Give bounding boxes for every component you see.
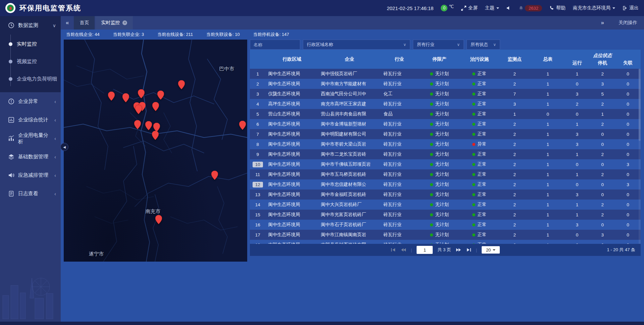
table-row[interactable]: 15阆中生态环境局阆中市光富页岩机砖厂砖瓦行业无计划正常21120 — [250, 210, 641, 220]
notifications-button[interactable]: 2632 — [519, 5, 542, 11]
sound-button[interactable] — [506, 6, 511, 10]
cell-monitor-points: 2 — [498, 71, 531, 76]
cell-running: 3 — [565, 192, 590, 197]
tab-realtime-monitor[interactable]: 实时监控 × — [95, 16, 133, 30]
sidebar-item-base-data[interactable]: 基础数据管理‹ — [0, 148, 61, 166]
theme-menu-button[interactable]: 主题 — [485, 5, 499, 11]
table-row[interactable]: 3仪陇生态环境局西南油气田分公司川中化工无计划正常71350 — [250, 89, 641, 99]
cell-company: 阆中市千佛镇五郎垭页岩 — [318, 161, 381, 167]
row-index: 13 — [250, 192, 266, 197]
fullscreen-button[interactable]: 全屏 — [461, 5, 478, 11]
tab-realtime-label: 实时监控 — [101, 20, 120, 26]
last-page-button[interactable] — [466, 248, 471, 252]
tab-home[interactable]: 首页 — [74, 16, 95, 30]
sidebar-item-realtime-monitor[interactable]: 实时监控 — [0, 35, 61, 53]
map-pin[interactable] — [152, 131, 159, 140]
chevron-down-icon: ∨ — [403, 42, 406, 47]
table-row[interactable]: 8阆中生态环境局阆中市枣碧大梁山页岩砖瓦行业无计划异常21300 — [250, 139, 641, 149]
page-number-input[interactable] — [417, 246, 433, 254]
sidebar-item-power-load-detail[interactable]: 企业电力负荷明细 — [0, 70, 61, 88]
table-row[interactable]: 4高坪生态环境局南充市高坪区王家店建砖瓦行业无计划正常31220 — [250, 99, 641, 109]
logout-button[interactable]: 退出 — [623, 5, 639, 11]
org-menu-button[interactable]: 南充市生态环境局 — [573, 5, 615, 11]
map-pin[interactable] — [178, 80, 185, 89]
app-root: 环保用电监管系统 2021-02-25 17:46:18 0 ℃ 全屏 主题 2… — [0, 0, 644, 325]
scrollbar-track[interactable] — [639, 69, 641, 244]
table-header: 行政区域 企业 行业 停限产 治污设施 监测点 总表 点位状态 运行 停机 失联 — [250, 50, 641, 69]
sidebar-item-enterprise-abnormal[interactable]: 企业异常‹ — [0, 92, 61, 111]
map-pin[interactable] — [211, 171, 218, 180]
map-pin[interactable] — [153, 123, 160, 132]
cell-offline: 0 — [615, 92, 641, 97]
close-icon[interactable]: × — [122, 20, 127, 25]
table-row[interactable]: 14阆中生态环境局阆中大兴页岩机砖厂砖瓦行业无计划正常21120 — [250, 200, 641, 210]
table-row[interactable]: 6阆中生态环境局阆中市金博瑞新型墙材砖瓦行业无计划正常21120 — [250, 119, 641, 129]
industry-filter-select[interactable]: 所有行业 ∨ — [413, 40, 464, 50]
cell-industry: 砖瓦行业 — [381, 222, 418, 228]
table-row[interactable]: 5营山生态环境局营山县润丰肉食品有限食品无计划正常10010 — [250, 109, 641, 119]
sidebar-item-power-usage-analysis[interactable]: 企业用电量分析‹ — [0, 129, 61, 148]
help-button[interactable]: 帮助 — [549, 5, 566, 11]
name-filter-input[interactable] — [250, 40, 300, 50]
table-row[interactable]: 2阆中生态环境局阆中市南方节能建材有砖瓦行业无计划正常21030 — [250, 79, 641, 89]
cell-industry: 砖瓦行业 — [381, 141, 418, 147]
fullscreen-icon — [461, 6, 466, 11]
map-pin[interactable] — [138, 89, 145, 98]
sidebar-item-enterprise-statistics[interactable]: 企业综合统计‹ — [0, 111, 61, 129]
sidebar-item-video-monitor[interactable]: 视频监控 — [0, 53, 61, 70]
log-icon — [8, 191, 14, 197]
table-row[interactable]: 12阆中生态环境局阆中市忠信建材有限公砖瓦行业无计划正常21003 — [250, 179, 641, 189]
row-index: 4 — [250, 102, 266, 107]
region-filter-select[interactable]: 行政区域名称 ∨ — [303, 40, 410, 50]
map-pin[interactable] — [145, 121, 152, 130]
map-pin[interactable] — [122, 93, 129, 102]
status-dot-icon — [472, 163, 475, 166]
sidebar-item-log-view[interactable]: 日志查看‹ — [0, 184, 61, 203]
map-pin[interactable] — [152, 102, 159, 111]
map-pin[interactable] — [108, 92, 115, 101]
table-row[interactable]: 17阆中生态环境局阆中市江南镇阆南页岩砖瓦行业无计划正常21030 — [250, 230, 641, 240]
sidebar-item-emergency-reduction[interactable]: 应急减排管理‹ — [0, 166, 61, 184]
chevron-down-icon — [612, 7, 615, 9]
sidebar-item-data-monitoring[interactable]: 数据监测∨ — [0, 16, 61, 35]
table-row[interactable]: 10阆中生态环境局阆中市千佛镇五郎垭页岩砖瓦行业无计划正常21003 — [250, 159, 641, 169]
scrollbar-thumb[interactable] — [639, 69, 641, 141]
tabs-scroll-right-icon[interactable]: » — [596, 19, 609, 26]
cell-pollution-facility: 正常 — [461, 81, 498, 87]
city-skyline-decoration — [0, 265, 61, 322]
tabs-scroll-left-icon[interactable]: « — [61, 19, 74, 26]
map-collapse-button[interactable]: ◀ — [60, 143, 68, 151]
cell-region: 阆中生态环境局 — [266, 202, 318, 208]
status-dot-icon — [472, 193, 475, 196]
cell-stopped: 0 — [590, 162, 615, 167]
map-pin[interactable] — [157, 91, 164, 100]
close-operations-button[interactable]: 关闭操作 — [619, 20, 637, 26]
map-pin[interactable] — [239, 121, 246, 130]
table-row[interactable]: 18南部生态环境局南部县升钟页岩砖有限砖瓦行业无计划正常21030 — [250, 240, 641, 244]
cell-stop-production: 无计划 — [418, 101, 461, 107]
next-page-button[interactable] — [456, 248, 461, 252]
map-pin[interactable] — [155, 215, 162, 224]
table-row[interactable]: 16阆中生态环境局阆中市石子页岩机砖厂砖瓦行业无计划正常21300 — [250, 220, 641, 230]
map-pin[interactable] — [135, 105, 142, 114]
map-pin[interactable] — [134, 120, 141, 129]
table-row[interactable]: 9阆中生态环境局阆中市二龙长宝页岩砖砖瓦行业无计划正常21120 — [250, 149, 641, 159]
tab-home-label: 首页 — [79, 20, 89, 26]
table-row[interactable]: 1阆中生态环境局阆中强锐页岩砖厂砖瓦行业无计划正常21120 — [250, 69, 641, 79]
prev-page-button[interactable] — [401, 248, 406, 252]
row-index-value: 5 — [257, 112, 259, 117]
status-filter-select[interactable]: 所有状态 ∨ — [467, 40, 500, 50]
map[interactable]: 巴中市南充市遂宁市 — [64, 40, 247, 262]
cell-pollution-facility: 正常 — [461, 232, 498, 238]
table-row[interactable]: 7阆中生态环境局阆中明阳建材有限公司砖瓦行业无计划正常21300 — [250, 129, 641, 139]
cell-company: 阆中明阳建材有限公司 — [318, 131, 381, 137]
pollution-facility-value: 正常 — [477, 161, 486, 167]
stop-production-value: 无计划 — [435, 141, 449, 147]
table-row[interactable]: 13阆中生态环境局阆中市金福旺页岩机砖砖瓦行业无计划正常21300 — [250, 189, 641, 200]
page-size-select[interactable]: 20 — [482, 246, 500, 254]
first-page-button[interactable] — [391, 248, 396, 252]
cell-industry: 化工 — [381, 91, 418, 97]
table-row[interactable]: 11阆中生态环境局阆中市五马桥页岩机砖砖瓦行业无计划正常21120 — [250, 169, 641, 179]
pollution-facility-value: 异常 — [477, 141, 486, 147]
cell-stop-production: 无计划 — [418, 181, 461, 187]
